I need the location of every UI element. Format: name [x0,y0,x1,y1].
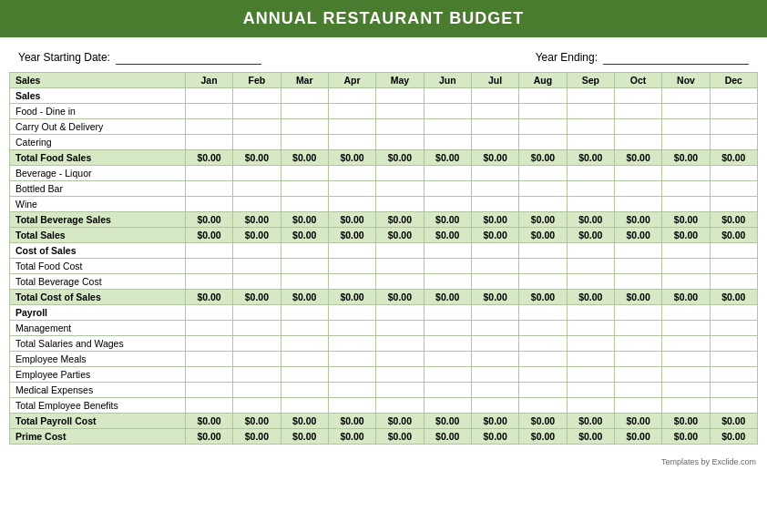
cell-value: $0.00 [662,212,710,228]
cell-value [281,321,328,336]
cell-value [471,181,518,197]
cell-value: $0.00 [471,228,518,243]
row-label: Total Food Cost [10,259,186,274]
cell-value: $0.00 [614,228,661,243]
cell-value [710,197,757,212]
table-row: Medical Expenses [10,383,758,398]
cell-empty [328,305,375,321]
cell-value: $0.00 [471,414,518,429]
cell-value [281,383,328,398]
cell-value [376,181,424,197]
year-ending-input[interactable] [603,50,749,65]
cell-value [567,274,614,290]
cell-empty [233,243,281,259]
col-header-mar: Mar [281,73,328,88]
cell-value [519,398,567,414]
col-header-aug: Aug [519,73,567,88]
cell-value [471,197,518,212]
cell-value [710,367,757,383]
col-header-feb: Feb [233,73,281,88]
cell-value [328,336,375,352]
col-header-jul: Jul [471,73,518,88]
cell-value [328,367,375,383]
cell-value: $0.00 [328,228,375,243]
cell-value [471,383,518,398]
table-row: Total Salaries and Wages [10,336,758,352]
cell-value: $0.00 [328,429,375,445]
cell-value: $0.00 [424,414,471,429]
cell-value [567,259,614,274]
cell-value [376,274,424,290]
table-row: Employee Meals [10,352,758,367]
cell-empty [281,243,328,259]
cell-value [281,398,328,414]
cell-value [567,166,614,181]
row-label: Total Employee Benefits [10,398,186,414]
cell-value [662,367,710,383]
cell-value [567,135,614,150]
cell-value: $0.00 [519,429,567,445]
cell-value [471,104,518,119]
cell-value [424,336,471,352]
cell-value [185,336,232,352]
year-starting-input[interactable] [116,50,261,65]
cell-value [519,181,567,197]
cell-value [185,104,232,119]
cell-value: $0.00 [519,290,567,305]
col-header-apr: Apr [328,73,375,88]
cell-value [281,197,328,212]
cell-empty [376,88,424,104]
cell-value [328,398,375,414]
cell-value [710,259,757,274]
row-label: Sales [10,88,186,104]
cell-value [567,352,614,367]
cell-value: $0.00 [471,150,518,166]
cell-value [614,367,661,383]
cell-value [376,336,424,352]
cell-value [424,119,471,135]
cell-value [233,197,281,212]
cell-empty [281,305,328,321]
cell-value [233,119,281,135]
cell-value [376,383,424,398]
cell-value [662,259,710,274]
row-label: Employee Meals [10,352,186,367]
cell-empty [281,88,328,104]
cell-value [614,336,661,352]
cell-value [328,321,375,336]
table-row: Total Employee Benefits [10,398,758,414]
cell-value [185,398,232,414]
cell-value [471,398,518,414]
year-starting-field: Year Starting Date: [18,50,261,65]
cell-value [519,383,567,398]
cell-value [424,321,471,336]
cell-value: $0.00 [328,290,375,305]
cell-value: $0.00 [614,429,661,445]
cell-value [424,135,471,150]
row-label: Total Payroll Cost [10,414,186,429]
cell-value: $0.00 [281,228,328,243]
cell-value: $0.00 [567,228,614,243]
cell-value [233,274,281,290]
cell-value [471,336,518,352]
cell-value [614,119,661,135]
cell-value: $0.00 [185,414,232,429]
row-label: Prime Cost [10,429,186,445]
cell-value [471,352,518,367]
footer-text: Templates by Exclide.com [0,454,767,470]
cell-value [614,274,661,290]
cell-empty [710,305,757,321]
cell-value: $0.00 [424,290,471,305]
cell-value: $0.00 [328,150,375,166]
cell-empty [328,88,375,104]
table-row: Total Cost of Sales$0.00$0.00$0.00$0.00$… [10,290,758,305]
cell-value: $0.00 [710,414,757,429]
cell-empty [662,305,710,321]
meta-row: Year Starting Date: Year Ending: [0,37,767,72]
table-row: Payroll [10,305,758,321]
cell-value [233,352,281,367]
table-row: Total Beverage Cost [10,274,758,290]
cell-value [281,119,328,135]
cell-value: $0.00 [376,429,424,445]
year-ending-field: Year Ending: [536,50,749,65]
